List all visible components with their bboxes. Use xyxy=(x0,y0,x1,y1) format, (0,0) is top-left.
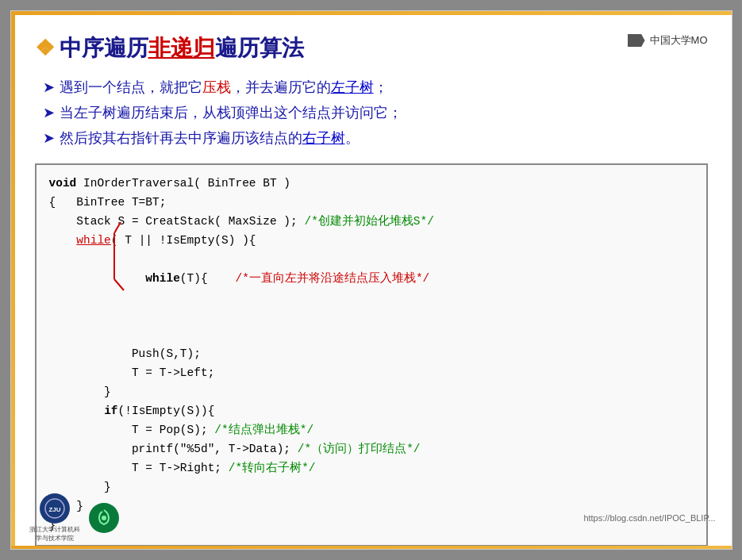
diamond-icon: ❖ xyxy=(35,36,55,60)
bullet-arrow-1: ➤ xyxy=(43,79,55,96)
slide-title: ❖中序遍历非递归遍历算法 xyxy=(35,33,304,63)
university-logo-1: ZJU xyxy=(40,493,70,524)
bullet-item-1: ➤ 遇到一个结点，就把它压栈，并去遍历它的左子树； xyxy=(43,78,708,97)
logo-shape-icon xyxy=(628,34,645,47)
bullet-arrow-3: ➤ xyxy=(43,129,55,147)
uni-name-text: 浙江大学计算机科学与技术学院 xyxy=(27,525,83,543)
bracket-line xyxy=(125,251,126,346)
code-line-7: T = T->Left; xyxy=(49,364,694,383)
bullet-text-1: 遇到一个结点，就把它压栈，并去遍历它的左子树； xyxy=(60,78,388,97)
svg-point-6 xyxy=(102,516,106,520)
code-line-4: while( T || !IsEmpty(S) ){ xyxy=(49,232,694,251)
code-line-9: if(!IsEmpty(S)){ xyxy=(49,402,694,421)
code-line-10: T = Pop(S); /*结点弹出堆栈*/ xyxy=(49,421,694,440)
bullet-text-2: 当左子树遍历结束后，从栈顶弹出这个结点并访问它； xyxy=(60,103,402,122)
slide: ❖中序遍历非递归遍历算法 中国大学MO ➤ 遇到一个结点，就把它压栈，并去遍历它… xyxy=(10,10,732,550)
left-accent xyxy=(11,11,15,549)
logo-text: 中国大学MO xyxy=(650,33,708,48)
bullet-item-3: ➤ 然后按其右指针再去中序遍历该结点的右子树。 xyxy=(43,128,708,148)
code-line-11: printf("%5d", T->Data); /*（访问）打印结点*/ xyxy=(49,440,694,459)
code-line-1: void InOrderTraversal( BinTree BT ) xyxy=(49,175,694,194)
footer-url: https://blog.csdn.net/IPOC_BLIP... xyxy=(583,513,715,523)
university-logos: ZJU 浙江大学计算机科学与技术学院 xyxy=(27,493,119,543)
title-part3: 遍历算法 xyxy=(215,36,304,60)
code-line-5: while(T){ /*一直向左并将沿途结点压入堆栈*/ xyxy=(49,251,694,346)
code-line-3: Stack S = CreatStack( MaxSize ); /*创建并初始… xyxy=(49,213,694,232)
svg-text:ZJU: ZJU xyxy=(48,506,60,513)
title-part1: 中序遍历 xyxy=(60,36,148,60)
bottom-bar: ZJU 浙江大学计算机科学与技术学院 https://blog.csdn.net… xyxy=(11,493,732,543)
university-logo-2 xyxy=(89,503,119,533)
code-line-6: Push(S,T); xyxy=(49,345,694,364)
slide-header: ❖中序遍历非递归遍历算法 中国大学MO xyxy=(35,33,708,63)
bullet-list: ➤ 遇到一个结点，就把它压栈，并去遍历它的左子树； ➤ 当左子树遍历结束后，从栈… xyxy=(35,78,708,148)
bullet-text-3: 然后按其右指针再去中序遍历该结点的右子树。 xyxy=(60,128,359,148)
logo-area: 中国大学MO xyxy=(628,33,708,48)
code-line-2: { BinTree T=BT; xyxy=(49,194,694,213)
code-line-12: T = T->Right; /*转向右子树*/ xyxy=(49,459,694,478)
title-part2: 非递归 xyxy=(148,36,215,60)
code-line-8: } xyxy=(49,383,694,402)
code-block: void InOrderTraversal( BinTree BT ) { Bi… xyxy=(35,163,708,547)
bullet-arrow-2: ➤ xyxy=(43,104,55,121)
bullet-item-2: ➤ 当左子树遍历结束后，从栈顶弹出这个结点并访问它； xyxy=(43,103,708,122)
